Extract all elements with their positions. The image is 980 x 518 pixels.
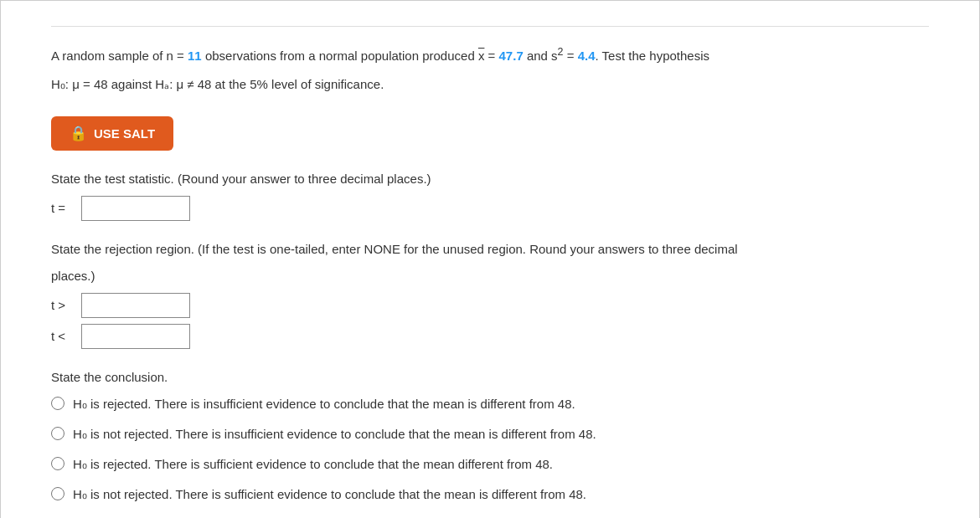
problem-text: A random sample of n = 11 observations f…: [51, 44, 929, 67]
rejection-gt-row: t >: [51, 293, 929, 318]
page-container: A random sample of n = 11 observations f…: [0, 0, 980, 518]
conclusion-option-3-text: H₀ is rejected. There is sufficient evid…: [73, 454, 553, 474]
conclusion-option-2[interactable]: H₀ is not rejected. There is insufficien…: [51, 424, 929, 444]
t-value-input[interactable]: [81, 196, 190, 221]
rejection-region-instruction2: places.): [51, 266, 929, 286]
use-salt-button[interactable]: 🔒 USE SALT: [51, 116, 173, 151]
conclusion-radio-1[interactable]: [51, 397, 64, 410]
s-value: 4.4: [578, 49, 596, 63]
rejection-region-section: State the rejection region. (If the test…: [51, 239, 929, 349]
conclusion-option-2-text: H₀ is not rejected. There is insufficien…: [73, 424, 596, 444]
rejection-region-text2: places.): [51, 269, 95, 283]
conclusion-section: State the conclusion. H₀ is rejected. Th…: [51, 367, 929, 505]
conclusion-radio-4[interactable]: [51, 487, 64, 500]
conclusion-radio-2[interactable]: [51, 427, 64, 440]
test-statistic-section: State the test statistic. (Round your an…: [51, 169, 929, 221]
conclusion-option-1[interactable]: H₀ is rejected. There is insufficient ev…: [51, 394, 929, 414]
test-statistic-instruction: State the test statistic. (Round your an…: [51, 169, 929, 189]
n-label: n: [167, 49, 173, 63]
t-lt-input[interactable]: [81, 324, 190, 349]
eq2: =: [484, 49, 498, 63]
conclusion-option-4-text: H₀ is not rejected. There is sufficient …: [73, 485, 586, 505]
eq3: =: [564, 49, 578, 63]
conclusion-radio-3[interactable]: [51, 457, 64, 470]
test-statistic-row: t =: [51, 196, 929, 221]
rejection-region-text: State the rejection region. (If the test…: [51, 242, 738, 256]
eq1: =: [173, 49, 188, 63]
text-part3: and s: [524, 49, 558, 63]
t-equals-label: t =: [51, 198, 75, 218]
conclusion-instruction: State the conclusion.: [51, 367, 929, 387]
top-divider: [51, 26, 929, 27]
text-part2: observations from a normal population pr…: [202, 49, 478, 63]
n-value: 11: [188, 49, 202, 63]
rejection-region-instruction: State the rejection region. (If the test…: [51, 239, 929, 259]
conclusion-option-3[interactable]: H₀ is rejected. There is sufficient evid…: [51, 454, 929, 474]
salt-label: USE SALT: [94, 126, 155, 141]
t-gt-label: t >: [51, 295, 75, 315]
rejection-lt-row: t <: [51, 324, 929, 349]
conclusion-option-4[interactable]: H₀ is not rejected. There is sufficient …: [51, 485, 929, 505]
s-exponent: 2: [558, 46, 564, 58]
t-gt-input[interactable]: [81, 293, 190, 318]
x-value: 47.7: [499, 49, 524, 63]
text-part4: . Test the hypothesis: [596, 49, 709, 63]
problem-text-part1: A random sample of: [51, 49, 167, 63]
problem-line2: H₀: μ = 48 against Hₐ: μ ≠ 48 at the 5% …: [51, 74, 929, 95]
conclusion-option-1-text: H₀ is rejected. There is insufficient ev…: [73, 394, 575, 414]
salt-icon: 🔒: [70, 125, 87, 142]
t-lt-label: t <: [51, 326, 75, 346]
